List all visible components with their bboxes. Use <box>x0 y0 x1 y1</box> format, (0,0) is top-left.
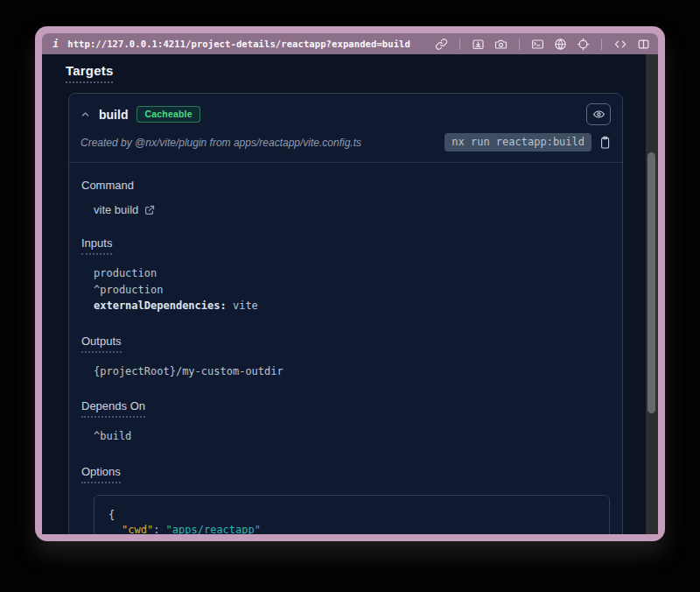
json-value: "apps/reactapp" <box>166 524 261 535</box>
browser-toolbar: i http://127.0.0.1:4211/project-details/… <box>42 33 658 54</box>
view-target-graph-button[interactable] <box>586 103 611 125</box>
crosshair-icon[interactable] <box>576 37 591 52</box>
target-card-build: build Cacheable Created by @nx/vite/plug… <box>68 93 623 534</box>
target-name: build <box>99 108 128 122</box>
inputs-heading: Inputs <box>81 236 112 255</box>
external-link-icon[interactable] <box>144 205 155 215</box>
depends-on-section: Depends On ^build <box>81 398 610 445</box>
json-key: "cwd" <box>122 524 153 535</box>
json-cwd-line: "cwd": "apps/reactapp" <box>108 523 595 535</box>
cacheable-badge: Cacheable <box>136 106 200 123</box>
command-section: Command vite build <box>81 177 610 216</box>
url-text[interactable]: http://127.0.0.1:4211/project-details/re… <box>67 39 410 49</box>
build-target-body: Command vite build Inputs producti <box>69 163 622 534</box>
options-json-block: { "cwd": "apps/reactapp" } <box>94 495 610 535</box>
build-target-subheader: Created by @nx/vite/plugin from apps/rea… <box>69 125 622 163</box>
outputs-heading: Outputs <box>81 335 122 353</box>
created-by-text: Created by @nx/vite/plugin from apps/rea… <box>80 137 361 149</box>
camera-icon[interactable] <box>494 37 508 52</box>
split-editor-icon[interactable] <box>636 37 651 52</box>
link-icon[interactable] <box>434 37 449 52</box>
json-open-brace: { <box>108 508 595 523</box>
options-section: Options { "cwd": "apps/reactapp" } <box>81 463 610 535</box>
toolbar-divider <box>519 39 520 50</box>
terminal-icon[interactable] <box>530 37 545 52</box>
toolbar-divider <box>459 39 460 50</box>
scrollbar-thumb[interactable] <box>648 152 655 413</box>
globe-icon[interactable] <box>553 37 568 52</box>
scrollbar-track[interactable] <box>646 54 658 534</box>
input-item: externalDependencies: vite <box>94 298 610 314</box>
outputs-section: Outputs {projectRoot}/my-custom-outdir <box>81 333 610 380</box>
external-dependencies-value: vite <box>227 300 258 312</box>
copy-icon[interactable] <box>599 136 611 150</box>
depends-on-item: ^build <box>94 428 610 445</box>
run-command-chip: nx run reactapp:build <box>444 133 592 152</box>
page-title: Targets <box>66 63 113 83</box>
chevron-up-icon[interactable] <box>80 109 90 119</box>
build-target-header[interactable]: build Cacheable <box>69 94 622 125</box>
external-dependencies-key: externalDependencies: <box>94 300 227 312</box>
input-item: production <box>94 265 610 282</box>
output-item: {projectRoot}/my-custom-outdir <box>94 363 610 380</box>
input-item: ^production <box>94 282 610 299</box>
command-heading: Command <box>81 179 134 192</box>
screenshot-import-icon[interactable] <box>471 37 486 52</box>
code-icon[interactable] <box>612 37 628 52</box>
page-content: Targets build Cacheable <box>42 54 646 534</box>
info-icon: i <box>52 38 59 50</box>
toolbar-divider <box>601 39 602 50</box>
toolbar-actions <box>434 37 651 52</box>
depends-on-heading: Depends On <box>81 399 145 418</box>
browser-window: i http://127.0.0.1:4211/project-details/… <box>35 26 665 541</box>
inputs-section: Inputs production ^production externalDe… <box>81 235 610 314</box>
json-colon: : <box>153 524 165 535</box>
command-value: vite build <box>94 203 138 216</box>
options-heading: Options <box>81 465 121 483</box>
